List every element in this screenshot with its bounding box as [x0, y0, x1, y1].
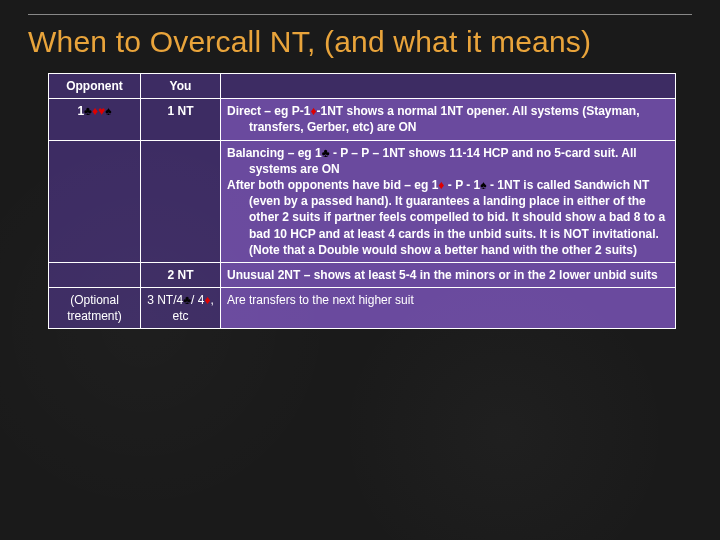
cell-desc: Balancing – eg 1♣ - P – P – 1NT shows 11…	[221, 140, 676, 262]
table-row: 1♣♦♥♠ 1 NT Direct – eg P-1♦-1NT shows a …	[49, 99, 676, 140]
cell-you: 1 NT	[141, 99, 221, 140]
desc-text: After both opponents have bid – eg 1	[227, 178, 438, 192]
cell-desc: Are transfers to the next higher suit	[221, 288, 676, 329]
header-you: You	[141, 74, 221, 99]
bid-text: 3 NT/4	[147, 293, 183, 307]
cell-opponent: (Optional treatment)	[49, 288, 141, 329]
cell-you: 3 NT/4♣/ 4♦, etc	[141, 288, 221, 329]
bid-text: / 4	[191, 293, 204, 307]
cell-opponent	[49, 140, 141, 262]
club-icon: ♣	[183, 293, 191, 307]
desc-text: - P - 1	[444, 178, 480, 192]
cell-you	[141, 140, 221, 262]
opponent-text: (Optional	[70, 293, 119, 307]
bidding-table-wrap: Opponent You 1♣♦♥♠ 1 NT Direct – eg P-1♦…	[48, 73, 676, 329]
table-row: 2 NT Unusual 2NT – shows at least 5-4 in…	[49, 262, 676, 287]
bidding-table: Opponent You 1♣♦♥♠ 1 NT Direct – eg P-1♦…	[48, 73, 676, 329]
desc-text: Are transfers to the next higher suit	[227, 293, 414, 307]
table-row: Balancing – eg 1♣ - P – P – 1NT shows 11…	[49, 140, 676, 262]
spade-icon: ♠	[105, 104, 111, 118]
table-row: (Optional treatment) 3 NT/4♣/ 4♦, etc Ar…	[49, 288, 676, 329]
opponent-text: treatment)	[67, 309, 122, 323]
desc-text: Unusual 2NT – shows at least 5-4 in the …	[227, 267, 669, 283]
header-desc	[221, 74, 676, 99]
club-icon: ♣	[84, 104, 92, 118]
desc-text: Direct – eg P-1	[227, 104, 310, 118]
page-title: When to Overcall NT, (and what it means)	[28, 25, 700, 59]
title-rule	[28, 14, 692, 15]
desc-text: Balancing – eg 1	[227, 146, 322, 160]
header-opponent: Opponent	[49, 74, 141, 99]
cell-opponent	[49, 262, 141, 287]
cell-you: 2 NT	[141, 262, 221, 287]
cell-desc: Direct – eg P-1♦-1NT shows a normal 1NT …	[221, 99, 676, 140]
club-icon: ♣	[322, 146, 330, 160]
table-header-row: Opponent You	[49, 74, 676, 99]
cell-opponent: 1♣♦♥♠	[49, 99, 141, 140]
cell-desc: Unusual 2NT – shows at least 5-4 in the …	[221, 262, 676, 287]
